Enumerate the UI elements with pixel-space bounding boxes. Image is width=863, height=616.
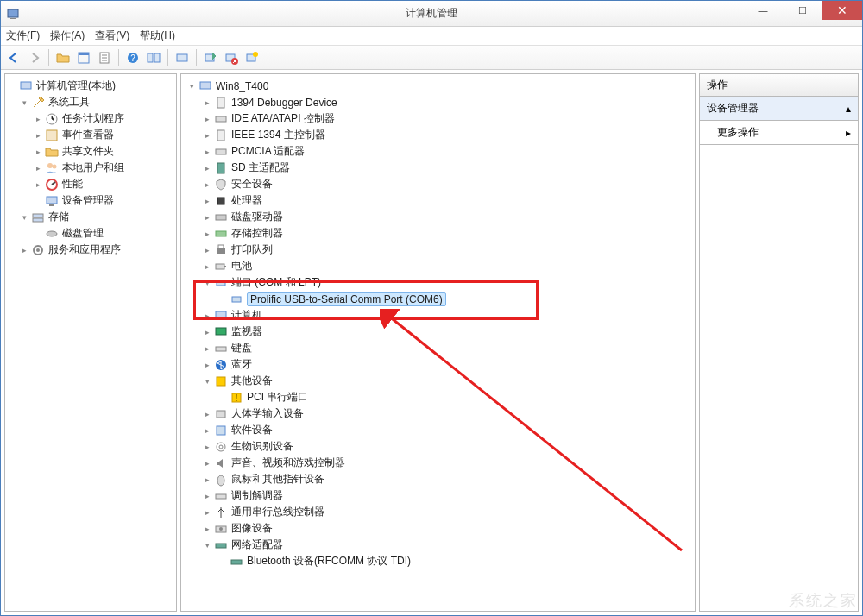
tree-root-local[interactable]: 计算机管理(本地) [5, 78, 176, 94]
expand-icon[interactable]: ▸ [202, 179, 212, 190]
dev-storagectrl[interactable]: ▸存储控制器 [181, 225, 695, 242]
tree-tasksched[interactable]: ▸任务计划程序 [5, 110, 176, 127]
menu-view[interactable]: 查看(V) [95, 28, 129, 43]
expand-icon[interactable]: ▸ [202, 458, 212, 468]
dev-keyboard[interactable]: ▸键盘 [181, 340, 695, 356]
dev-disk[interactable]: ▸磁盘驱动器 [181, 209, 695, 225]
collapse-icon[interactable]: ▾ [202, 376, 212, 387]
expand-icon[interactable]: ▸ [33, 163, 43, 173]
expand-icon[interactable]: ▸ [33, 114, 43, 124]
tree-shared[interactable]: ▸共享文件夹 [5, 143, 176, 160]
dev-ports[interactable]: ▾端口 (COM 和 LPT) [181, 274, 695, 291]
collapse-icon[interactable]: ▾ [202, 540, 212, 550]
tree-localusers[interactable]: ▸本地用户和组 [5, 160, 176, 176]
dev-audio[interactable]: ▸声音、视频和游戏控制器 [181, 455, 695, 471]
help-button[interactable]: ? [123, 48, 142, 67]
expand-icon[interactable]: ▸ [202, 212, 212, 223]
tree-diskmgmt[interactable]: 磁盘管理 [5, 225, 176, 242]
dev-biometric[interactable]: ▸生物识别设备 [181, 438, 695, 455]
dev-ieee1394[interactable]: ▸IEEE 1394 主控制器 [181, 127, 695, 143]
tree-devmgr[interactable]: 设备管理器 [5, 192, 176, 209]
dev-usb[interactable]: ▸通用串行总线控制器 [181, 504, 695, 520]
forward-button[interactable] [25, 48, 44, 67]
dev-modem[interactable]: ▸调制解调器 [181, 487, 695, 504]
expand-icon[interactable]: ▸ [202, 409, 212, 419]
expand-icon[interactable]: ▸ [202, 229, 212, 239]
dev-other[interactable]: ▾其他设备 [181, 373, 695, 389]
dev-software[interactable]: ▸软件设备 [181, 422, 695, 438]
dev-pcmcia[interactable]: ▸PCMCIA 适配器 [181, 143, 695, 160]
dev-hid[interactable]: ▸人体学输入设备 [181, 405, 695, 422]
expand-icon[interactable]: ▸ [202, 491, 212, 501]
expand-icon[interactable]: ▸ [202, 97, 212, 108]
menu-action[interactable]: 操作(A) [50, 28, 85, 43]
expand-icon[interactable]: ▸ [202, 196, 212, 206]
dev-battery[interactable]: ▸电池 [181, 258, 695, 274]
expand-icon[interactable]: ▸ [202, 425, 212, 436]
dev-monitor[interactable]: ▸监视器 [181, 324, 695, 340]
menu-file[interactable]: 文件(F) [6, 28, 40, 43]
dev-network[interactable]: ▾网络适配器 [181, 537, 695, 553]
dev-security[interactable]: ▸安全设备 [181, 176, 695, 192]
expand-icon[interactable]: ▸ [202, 114, 212, 124]
dev-pciserial[interactable]: !PCI 串行端口 [181, 389, 695, 405]
actions-section[interactable]: 设备管理器▴ [699, 97, 859, 121]
scan-button[interactable] [173, 48, 192, 67]
expand-icon[interactable]: ▸ [33, 130, 43, 141]
dev-ide[interactable]: ▸IDE ATA/ATAPI 控制器 [181, 110, 695, 127]
expand-icon[interactable]: ▸ [202, 130, 212, 141]
left-tree-panel[interactable]: 计算机管理(本地) ▾系统工具 ▸任务计划程序 ▸事件查看器 ▸共享文件夹 ▸本… [4, 73, 177, 612]
dev-btrfcomm[interactable]: Bluetooth 设备(RFCOMM 协议 TDI) [181, 553, 695, 569]
expand-icon[interactable]: ▸ [202, 524, 212, 534]
dev-sd[interactable]: ▸SD 主适配器 [181, 160, 695, 176]
tree-services[interactable]: ▸服务和应用程序 [5, 242, 176, 258]
expand-icon[interactable]: ▸ [33, 147, 43, 157]
expand-icon[interactable]: ▸ [202, 311, 212, 321]
folder-button[interactable] [54, 48, 72, 67]
tree-systools[interactable]: ▾系统工具 [5, 94, 176, 110]
expand-icon[interactable]: ▸ [19, 245, 29, 255]
close-button[interactable]: ✕ [822, 1, 862, 20]
maximize-button[interactable]: ☐ [783, 1, 822, 20]
properties-button[interactable] [95, 48, 114, 67]
dev-root[interactable]: ▾Win8_T400 [181, 78, 695, 94]
legacy-button[interactable] [243, 48, 261, 67]
collapse-icon[interactable] [7, 81, 17, 91]
minimize-button[interactable]: — [743, 1, 783, 20]
uninstall-button[interactable] [222, 48, 241, 67]
collapse-icon[interactable]: ▾ [19, 97, 29, 108]
collapse-icon[interactable]: ▾ [202, 278, 212, 288]
expand-icon[interactable]: ▸ [202, 475, 212, 485]
back-button[interactable] [4, 48, 23, 67]
collapse-icon[interactable]: ▾ [19, 212, 29, 223]
expand-icon[interactable]: ▸ [202, 147, 212, 157]
expand-icon[interactable]: ▸ [202, 360, 212, 370]
dev-imaging[interactable]: ▸图像设备 [181, 520, 695, 537]
tree-perf[interactable]: ▸性能 [5, 176, 176, 192]
tree-storage[interactable]: ▾存储 [5, 209, 176, 225]
dev-1394dbg[interactable]: ▸1394 Debugger Device [181, 94, 695, 110]
expand-icon[interactable]: ▸ [202, 507, 212, 518]
dev-printq[interactable]: ▸打印队列 [181, 242, 695, 258]
expand-icon[interactable]: ▸ [202, 442, 212, 452]
show-hide-button[interactable] [144, 48, 163, 67]
expand-icon[interactable]: ▸ [202, 343, 212, 354]
dev-computer[interactable]: ▸计算机 [181, 307, 695, 324]
expand-icon[interactable]: ▸ [202, 327, 212, 337]
menu-help[interactable]: 帮助(H) [140, 28, 175, 43]
dev-mouse[interactable]: ▸鼠标和其他指针设备 [181, 471, 695, 487]
expand-icon[interactable]: ▸ [202, 163, 212, 173]
view-button[interactable] [74, 48, 93, 67]
dev-bluetooth[interactable]: ▸蓝牙 [181, 356, 695, 373]
device-tree-panel[interactable]: ▾Win8_T400 ▸1394 Debugger Device ▸IDE AT… [180, 73, 696, 612]
expand-icon[interactable]: ▸ [202, 261, 212, 272]
dev-prolific[interactable]: Prolific USB-to-Serial Comm Port (COM6) [181, 291, 695, 307]
collapse-icon[interactable]: ▾ [186, 81, 197, 91]
more-actions[interactable]: 更多操作▸ [699, 121, 859, 145]
update-button[interactable] [201, 48, 220, 67]
tree-eventviewer[interactable]: ▸事件查看器 [5, 127, 176, 143]
expand-icon[interactable]: ▸ [33, 179, 43, 190]
dev-cpu[interactable]: ▸处理器 [181, 192, 695, 209]
collapse-icon[interactable]: ▴ [846, 103, 851, 115]
expand-icon[interactable]: ▸ [202, 245, 212, 255]
